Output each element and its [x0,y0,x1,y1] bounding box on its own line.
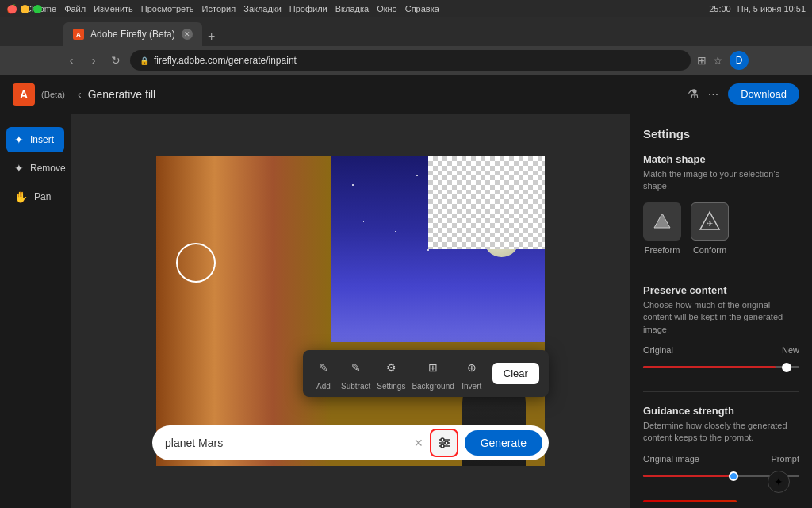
view-menu[interactable]: Просмотреть [141,4,194,14]
preserve-slider-labels: Original New [643,345,799,355]
invert-label: Invert [462,382,481,391]
clear-button[interactable]: Clear [492,363,539,384]
match-shape-title: Match shape [643,153,799,165]
divider-2 [643,391,799,392]
file-menu[interactable]: Файл [64,4,86,14]
app-header: A (Beta) ‹ Generative fill ⚗ ··· Downloa… [0,75,812,114]
back-button[interactable]: ‹ [63,52,79,68]
pan-icon: ✋ [14,190,28,203]
url-text: firefly.adobe.com/generate/inpaint [154,55,297,66]
tab-label: Adobe Firefly (Beta) [90,29,175,40]
remove-label: Remove [30,163,66,174]
download-button[interactable]: Download [728,83,799,105]
close-window-button[interactable] [8,5,17,13]
history-menu[interactable]: История [202,4,236,14]
background-label: Background [412,382,454,391]
conform-icon-box: ✈ [691,202,729,241]
guidance-title: Guidance strength [643,405,799,417]
insert-tool-button[interactable]: ✦ Insert [6,127,64,152]
more-options-button[interactable]: ··· [708,87,718,102]
edit-menu[interactable]: Изменить [94,4,133,14]
guidance-slider-thumb[interactable] [729,471,738,481]
invert-tool[interactable]: ⊕ Invert [461,356,483,391]
maximize-window-button[interactable] [33,5,42,13]
transparent-area [428,156,545,249]
time-display: 25:00 [709,4,731,13]
minimize-window-button[interactable] [21,5,29,13]
flask-icon[interactable]: ⚗ [688,87,699,102]
brush-indicator [176,243,216,283]
mac-bar: 🍎 Chrome Файл Изменить Просмотреть Истор… [0,0,812,17]
main-content: ✦ Insert ✦ Remove ✋ Pan [0,114,812,508]
floating-toolbar: ✎ Add ✎ Subtract ⚙ Settings ⊞ Background… [303,350,549,397]
settings-tool[interactable]: ⚙ Settings [377,356,405,391]
tab-close-button[interactable]: ✕ [182,29,193,40]
subtract-tool[interactable]: ✎ Subtract [341,356,370,391]
back-nav-button[interactable]: ‹ [78,88,82,101]
preserve-content-desc: Choose how much of the original content … [643,299,799,336]
guidance-slider-labels: Original image Prompt [643,454,799,464]
mac-menu: 🍎 Chrome Файл Изменить Просмотреть Истор… [6,4,439,14]
clear-prompt-button[interactable]: ✕ [414,437,423,449]
freeform-option[interactable]: Freeform [643,202,681,255]
freeform-icon-box [643,202,681,241]
invert-icon: ⊕ [461,356,483,379]
generate-button[interactable]: Generate [465,430,542,456]
divider-1 [643,271,799,271]
match-shape-desc: Match the image to your selection's shap… [643,168,799,193]
settings-label: Settings [377,382,405,391]
guidance-original-label: Original image [643,454,699,464]
insert-label: Insert [30,134,54,145]
profile-avatar[interactable]: D [730,51,749,70]
prompt-bar: planet Mars ✕ Generate [152,425,549,460]
settings-panel: Settings Match shape Match the image to … [630,114,812,508]
reload-button[interactable]: ↻ [108,52,124,68]
extensions-button[interactable]: ⊞ [697,54,707,67]
sliders-icon [437,436,451,450]
prompt-settings-button[interactable] [430,429,458,457]
ai-icon-button[interactable]: ✦ [768,471,790,493]
tab-favicon: A [73,29,84,40]
ai-section: ✦ [643,500,799,502]
conform-option[interactable]: ✈ Conform [691,202,729,255]
url-bar[interactable]: 🔒 firefly.adobe.com/generate/inpaint [130,50,691,71]
subtract-icon: ✎ [345,356,367,379]
freeform-icon [651,210,673,233]
prompt-text: planet Mars [165,437,408,449]
guidance-slider-fill [643,475,729,477]
bookmark-button[interactable]: ☆ [713,54,723,67]
add-icon: ✎ [312,356,335,379]
help-menu[interactable]: Справка [405,4,439,14]
preserve-content-title: Preserve content [643,284,799,296]
preserve-slider[interactable] [643,360,799,375]
mac-status: 25:00 Пн, 5 июня 10:51 [709,4,806,13]
browser-chrome: A Adobe Firefly (Beta) ✕ + ‹ › ↻ 🔒 firef… [0,17,812,75]
background-icon: ⊞ [422,356,444,379]
window-menu[interactable]: Окно [377,4,397,14]
remove-icon: ✦ [14,162,24,175]
preserve-new-label: New [782,345,799,355]
settings-icon: ⚙ [380,356,402,379]
remove-tool-button[interactable]: ✦ Remove [6,156,64,181]
background-tool[interactable]: ⊞ Background [412,356,454,391]
svg-text:✈: ✈ [707,219,713,228]
conform-label: Conform [693,245,726,255]
conform-icon: ✈ [699,210,721,233]
preserve-slider-track [643,366,799,368]
subtract-label: Subtract [341,382,370,391]
svg-marker-6 [654,214,670,228]
forward-button[interactable]: › [86,52,102,68]
add-tool[interactable]: ✎ Add [312,356,335,391]
tab-menu[interactable]: Вкладка [335,4,369,14]
preserve-slider-thumb[interactable] [782,363,791,372]
preserve-original-label: Original [643,345,673,355]
address-bar: ‹ › ↻ 🔒 firefly.adobe.com/generate/inpai… [0,46,812,75]
guidance-prompt-label: Prompt [772,454,799,464]
profiles-menu[interactable]: Профили [289,4,327,14]
pan-tool-button[interactable]: ✋ Pan [6,184,64,210]
bookmarks-menu[interactable]: Закладки [243,4,282,14]
active-tab[interactable]: A Adobe Firefly (Beta) ✕ [63,22,202,46]
header-icons: ⚗ ··· Download [688,83,799,105]
svg-point-4 [445,441,448,444]
new-tab-button[interactable]: + [202,27,221,46]
